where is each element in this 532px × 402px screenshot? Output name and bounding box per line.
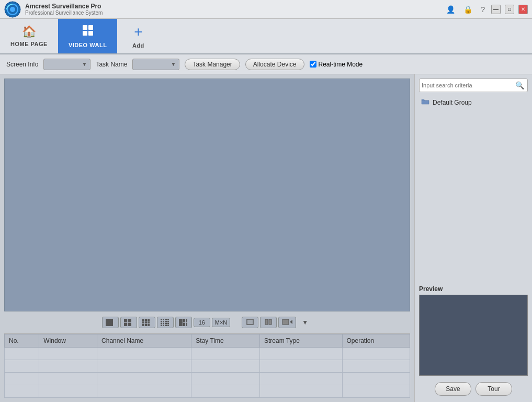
video-wall-icon	[82, 24, 94, 40]
svg-rect-4	[88, 25, 93, 30]
left-panel: 16 M×N ▼	[0, 74, 414, 402]
task-name-select[interactable]: ▼	[132, 59, 179, 70]
maximize-button[interactable]: □	[505, 5, 514, 14]
svg-rect-9	[265, 319, 268, 325]
home-icon: 🏠	[22, 25, 36, 39]
task-name-label: Task Name	[96, 61, 127, 68]
action-buttons: Save Tour	[419, 380, 528, 398]
layout-controls: 16 M×N ▼	[4, 315, 410, 330]
lock-icon[interactable]: 🔒	[461, 4, 474, 15]
minimize-button[interactable]: —	[491, 5, 501, 14]
screen-info-label: Screen Info	[6, 61, 38, 68]
screen-info-arrow: ▼	[82, 61, 87, 67]
layout-16-button[interactable]: 16	[194, 318, 210, 327]
table-empty-row-4	[5, 385, 410, 398]
col-stream-type: Stream Type	[260, 334, 343, 348]
nav-home[interactable]: 🏠 HOME PAGE	[0, 19, 58, 53]
realtime-mode-checkbox[interactable]: Real-time Mode	[310, 61, 363, 68]
tour-button[interactable]: Tour	[476, 382, 512, 396]
app-title-block: Amcrest Surveillance Pro Professional Su…	[25, 3, 444, 16]
layout-expand-arrow[interactable]: ▼	[298, 318, 312, 327]
toolbar: Screen Info ▼ Task Name ▼ Task Manager A…	[0, 54, 532, 74]
realtime-mode-input[interactable]	[310, 61, 316, 68]
device-tree: Default Group	[419, 96, 528, 281]
layout-fullscreen-button[interactable]	[242, 317, 258, 328]
main-layout: 16 M×N ▼	[0, 74, 532, 402]
svg-rect-3	[83, 25, 87, 30]
layout-split-button[interactable]	[260, 317, 277, 328]
layout-2x2-button[interactable]	[120, 317, 137, 328]
allocate-device-button[interactable]: Allocate Device	[245, 59, 304, 70]
preview-label: Preview	[419, 285, 528, 293]
data-table: No. Window Channel Name Stay Time Stream…	[4, 334, 410, 398]
nav-video-wall-label: VIDEO WALL	[69, 42, 107, 48]
nav-home-label: HOME PAGE	[10, 41, 48, 47]
search-input[interactable]	[422, 82, 514, 88]
layout-custom-button[interactable]	[278, 317, 296, 328]
svg-marker-12	[290, 320, 292, 324]
screen-info-select[interactable]: ▼	[43, 59, 90, 70]
right-panel: 🔍 Default Group Preview Save Tour	[414, 74, 532, 402]
table-area: No. Window Channel Name Stay Time Stream…	[4, 333, 410, 398]
table-empty-row-2	[5, 360, 410, 373]
col-operation: Operation	[342, 334, 410, 348]
preview-box	[419, 295, 528, 376]
table-empty-row-1	[5, 348, 410, 360]
search-box[interactable]: 🔍	[419, 79, 528, 92]
task-name-arrow: ▼	[171, 61, 176, 67]
svg-rect-10	[269, 319, 271, 325]
layout-4x4-button[interactable]	[157, 317, 174, 328]
nav-bar: 🏠 HOME PAGE VIDEO WALL + Add	[0, 19, 532, 54]
title-bar: Amcrest Surveillance Pro Professional Su…	[0, 0, 532, 19]
svg-rect-8	[247, 319, 253, 325]
nav-add-label: Add	[132, 42, 144, 49]
table-empty-row-3	[5, 373, 410, 385]
preview-section: Preview	[419, 285, 528, 376]
video-wall-canvas	[4, 79, 410, 311]
title-controls: 👤 🔒 ? — □ ✕	[444, 4, 528, 15]
col-channel-name: Channel Name	[97, 334, 191, 348]
layout-mixed-button[interactable]	[175, 317, 192, 328]
add-icon: +	[134, 24, 142, 40]
layout-1x1-button[interactable]	[102, 317, 119, 328]
app-title: Amcrest Surveillance Pro	[25, 3, 444, 10]
save-button[interactable]: Save	[435, 382, 471, 396]
tree-default-group[interactable]: Default Group	[419, 96, 528, 108]
task-manager-button[interactable]: Task Manager	[185, 59, 240, 70]
close-button[interactable]: ✕	[518, 5, 528, 14]
search-icon[interactable]: 🔍	[514, 81, 525, 90]
app-logo	[4, 1, 21, 18]
layout-3x3-button[interactable]	[139, 317, 155, 328]
col-no: No.	[5, 334, 39, 348]
table-body	[5, 348, 410, 398]
layout-mxn-button[interactable]: M×N	[212, 318, 231, 327]
nav-add[interactable]: + Add	[117, 19, 159, 53]
table-header-row: No. Window Channel Name Stay Time Stream…	[5, 334, 410, 348]
svg-rect-6	[88, 31, 93, 36]
svg-point-2	[10, 7, 15, 12]
help-icon[interactable]: ?	[479, 4, 487, 15]
user-icon[interactable]: 👤	[444, 4, 457, 15]
svg-rect-5	[83, 31, 87, 36]
realtime-mode-label: Real-time Mode	[319, 61, 363, 68]
tree-default-group-label: Default Group	[433, 99, 472, 106]
folder-icon	[421, 98, 429, 107]
app-subtitle: Professional Surveillance System	[25, 10, 444, 16]
col-window: Window	[39, 334, 97, 348]
nav-video-wall[interactable]: VIDEO WALL	[58, 19, 117, 53]
svg-rect-11	[282, 319, 289, 325]
col-stay-time: Stay Time	[191, 334, 260, 348]
